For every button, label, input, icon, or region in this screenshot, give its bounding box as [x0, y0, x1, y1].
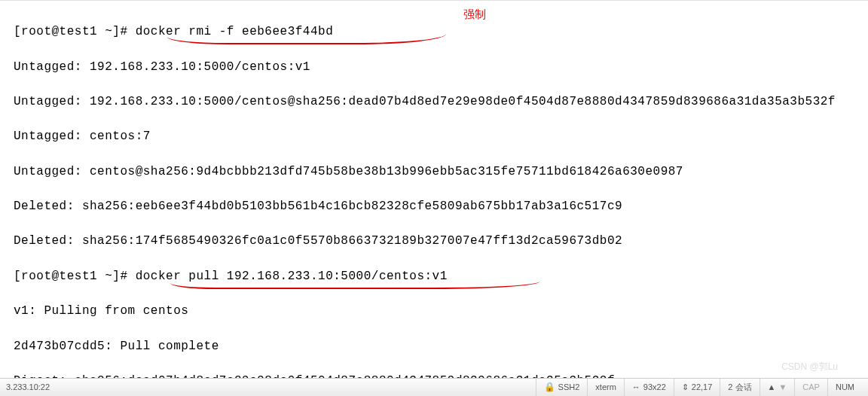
output-line: 2d473b07cdd5: Pull complete [14, 338, 860, 355]
status-ssh: 🔒SSH2 [536, 379, 588, 396]
output-line: Untagged: centos:7 [14, 128, 860, 145]
output-line: Untagged: 192.168.233.10:5000/centos@sha… [14, 93, 860, 111]
status-size: ↔ 93x22 [624, 379, 674, 396]
command-rmi: docker rmi -f eeb6ee3f44bd [136, 25, 334, 38]
status-indicators: ▲ ▼ [760, 379, 795, 396]
prompt: [root@test1 ~]# [14, 25, 136, 38]
output-line: Deleted: sha256:174f5685490326fc0a1c0f55… [14, 233, 860, 250]
status-cap: CAP [794, 379, 827, 396]
output-line: Deleted: sha256:eeb6ee3f44bd0b5103bb561b… [14, 198, 860, 215]
position-icon: ⇕ [682, 382, 689, 394]
status-num: NUM [827, 379, 862, 396]
status-sessions: 2 会话 [720, 379, 759, 396]
resize-icon: ↔ [632, 382, 640, 394]
watermark: CSDN @郭Lu [781, 361, 838, 373]
status-bar: 3.233.10:22 🔒SSH2 xterm ↔ 93x22 ⇕ 22,17 … [0, 378, 868, 396]
up-icon: ▲ [768, 382, 776, 394]
prompt: [root@test1 ~]# [14, 270, 136, 283]
status-pos: ⇕ 22,17 [674, 379, 720, 396]
status-term: xterm [587, 379, 624, 396]
lock-icon: 🔒 [544, 381, 555, 394]
output-line: v1: Pulling from centos [14, 303, 860, 320]
output-line: Untagged: centos@sha256:9d4bcbbb213dfd74… [14, 163, 860, 181]
annotation-force: 强制 [463, 6, 486, 23]
down-icon: ▼ [778, 382, 787, 394]
output-line: Untagged: 192.168.233.10:5000/centos:v1 [14, 59, 860, 76]
status-host: 3.233.10:22 [6, 382, 50, 394]
command-pull: docker pull 192.168.233.10:5000/centos:v… [136, 270, 448, 283]
terminal-output[interactable]: [root@test1 ~]# docker rmi -f eeb6ee3f44… [0, 2, 868, 396]
